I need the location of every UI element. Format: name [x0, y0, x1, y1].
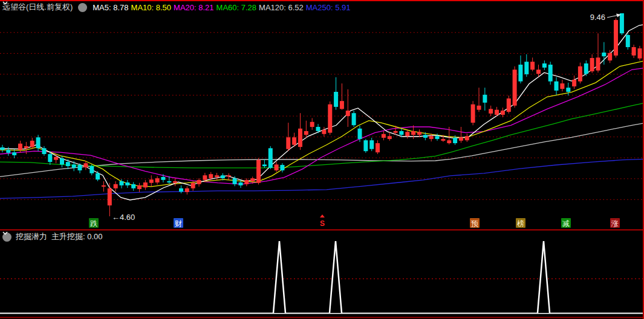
candle: [125, 182, 129, 185]
event-markers: 跌财S预榜减涨: [89, 214, 620, 228]
candle: [262, 164, 267, 166]
candle: [334, 92, 338, 107]
candle: [250, 178, 255, 181]
event-marker-S[interactable]: S: [320, 214, 325, 228]
candle: [197, 180, 201, 184]
candle: [96, 173, 100, 179]
svg-text:减: 减: [562, 219, 570, 228]
candle: [632, 47, 636, 56]
candle: [536, 69, 541, 74]
trading-app-window: { "titlebar": { "title": "远望谷(日线.前复权)", …: [0, 0, 644, 319]
candle: [30, 141, 34, 147]
candle: [489, 109, 493, 114]
candle: [614, 20, 618, 56]
event-marker-财[interactable]: 财: [174, 218, 183, 228]
candle: [555, 82, 559, 91]
candle: [441, 139, 445, 141]
candle: [149, 179, 154, 183]
indicator-spike: [330, 241, 342, 313]
candle: [518, 65, 522, 82]
candle: [304, 131, 308, 135]
candle: [89, 166, 94, 173]
chart-scene[interactable]: 9.46←4.60跌财S预榜减涨: [0, 0, 644, 319]
collapse-main-chart-icon[interactable]: [78, 3, 87, 12]
candle: [578, 66, 582, 82]
candle: [620, 13, 624, 33]
candle: [453, 138, 457, 143]
candle: [507, 98, 511, 112]
event-marker-预[interactable]: 预: [470, 218, 480, 228]
candle: [221, 175, 225, 178]
candle: [596, 57, 600, 70]
candle: [483, 95, 487, 103]
svg-text:←4.60: ←4.60: [112, 213, 135, 222]
candle: [566, 88, 570, 92]
event-marker-跌[interactable]: 跌: [89, 218, 99, 228]
candle: [280, 165, 284, 170]
candle: [292, 137, 296, 144]
candle: [399, 131, 403, 135]
candle: [471, 105, 475, 123]
candle: [322, 130, 326, 134]
candle: [477, 106, 481, 110]
event-marker-减[interactable]: 减: [561, 218, 571, 228]
svg-text:财: 财: [175, 219, 182, 228]
ma-line-MA20: [0, 68, 644, 184]
candle: [352, 113, 356, 125]
stock-title: 远望谷(日线.前复权): [2, 2, 73, 13]
candle: [48, 154, 52, 162]
candle: [114, 184, 118, 188]
candle: [268, 148, 273, 167]
candle: [167, 181, 171, 182]
candles-layer: [1, 13, 642, 216]
ma-line-MA10: [0, 61, 644, 187]
candle: [382, 134, 386, 138]
candle: [1, 147, 5, 150]
candle: [584, 63, 588, 74]
candle: [179, 188, 183, 192]
candle: [209, 174, 213, 178]
candle: [185, 188, 189, 192]
candle: [340, 101, 344, 109]
candle: [411, 131, 415, 135]
candle: [60, 158, 64, 164]
candle: [102, 185, 106, 187]
candle: [417, 132, 421, 135]
candle: [275, 164, 279, 170]
candle: [286, 137, 290, 149]
candle: [560, 83, 564, 89]
candle: [501, 111, 505, 115]
candle: [120, 181, 124, 185]
candle: [239, 182, 243, 185]
svg-text:预: 预: [471, 219, 478, 228]
indicator-signal-label: 主升挖掘:: [51, 232, 85, 241]
candle: [54, 157, 58, 160]
candle: [6, 150, 10, 153]
event-marker-涨[interactable]: 涨: [610, 218, 620, 228]
collapse-indicator-icon[interactable]: [2, 233, 11, 242]
svg-text:9.46: 9.46: [590, 13, 605, 22]
candle: [66, 162, 70, 166]
ma-label: MA5: 8.78: [93, 3, 128, 12]
candle: [423, 135, 428, 138]
ma-label: MA60: 7.28: [216, 3, 257, 12]
indicator-spike: [538, 241, 550, 313]
svg-text:涨: 涨: [611, 219, 619, 228]
candle: [131, 184, 135, 188]
indicator-spike: [273, 241, 285, 313]
candle: [459, 137, 463, 141]
candle: [626, 35, 630, 47]
ma-label: MA250: 5.91: [306, 3, 351, 12]
svg-text:跌: 跌: [90, 219, 97, 228]
candle: [346, 111, 350, 116]
candle: [447, 140, 451, 143]
indicator-signal: 主升挖掘: 0.00: [51, 231, 103, 242]
candle: [36, 137, 41, 148]
candle: [363, 140, 368, 151]
candle: [78, 165, 82, 170]
candle: [143, 182, 148, 187]
indicator-pane[interactable]: [0, 230, 644, 318]
event-marker-榜[interactable]: 榜: [516, 218, 525, 228]
candle: [530, 62, 535, 69]
ma-line-MA60: [0, 103, 644, 168]
